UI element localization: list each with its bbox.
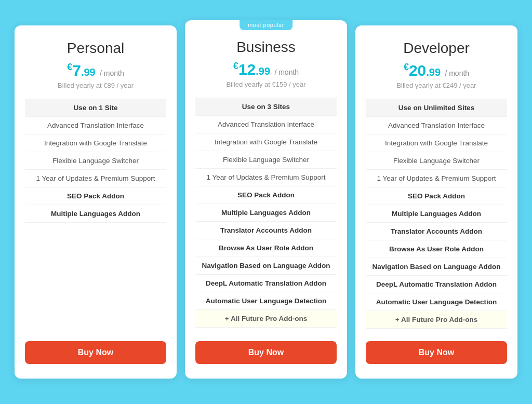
popular-badge: most popular — [240, 20, 292, 30]
feature-item: Flexible Language Switcher — [195, 151, 337, 169]
feature-item: Use on 3 Sites — [195, 98, 337, 116]
price-amount: €7.99 — [67, 62, 100, 79]
feature-item: DeepL Automatic Translation Addon — [195, 275, 337, 292]
feature-item: Flexible Language Switcher — [366, 152, 507, 170]
feature-item: Use on Unlimited Sites — [366, 99, 507, 117]
price-currency: € — [67, 62, 72, 72]
feature-item: Advanced Translation Interface — [366, 117, 507, 134]
plan-card-developer: Developer €20.99 / month Billed yearly a… — [355, 25, 517, 379]
feature-item: Advanced Translation Interface — [25, 117, 166, 134]
feature-item: + All Future Pro Add-ons — [195, 310, 337, 328]
feature-item: Multiple Languages Addon — [366, 205, 507, 223]
feature-item: SEO Pack Addon — [366, 187, 507, 205]
plan-billed: Billed yearly at €89 / year — [25, 82, 166, 89]
feature-item: + All Future Pro Add-ons — [366, 311, 507, 329]
feature-item: DeepL Automatic Translation Addon — [366, 276, 507, 293]
plan-billed: Billed yearly at €159 / year — [195, 80, 337, 88]
feature-item: 1 Year of Updates & Premium Support — [366, 170, 507, 187]
price-currency: € — [233, 61, 238, 71]
feature-item: Advanced Translation Interface — [195, 116, 337, 133]
buy-button[interactable]: Buy Now — [195, 341, 337, 364]
feature-item: 1 Year of Updates & Premium Support — [195, 169, 337, 186]
plan-name: Business — [195, 39, 337, 56]
pricing-table: Personal €7.99 / month Billed yearly at … — [10, 20, 522, 384]
features-list: Use on 1 SiteAdvanced Translation Interf… — [25, 99, 166, 329]
feature-item: 1 Year of Updates & Premium Support — [25, 170, 166, 187]
feature-item: Translator Accounts Addon — [366, 223, 507, 240]
plan-price: €12.99 / month — [195, 61, 337, 78]
price-amount: €12.99 — [233, 61, 275, 78]
feature-item: Integration with Google Translate — [195, 133, 337, 151]
features-list: Use on 3 SitesAdvanced Translation Inter… — [195, 98, 337, 329]
buy-button[interactable]: Buy Now — [366, 341, 507, 364]
feature-item: Integration with Google Translate — [25, 134, 166, 152]
feature-item: Automatic User Language Detection — [366, 293, 507, 311]
feature-item: Integration with Google Translate — [366, 134, 507, 152]
buy-button[interactable]: Buy Now — [25, 341, 166, 364]
feature-item: Browse As User Role Addon — [195, 239, 337, 257]
feature-item: SEO Pack Addon — [195, 186, 337, 204]
feature-item: Use on 1 Site — [25, 99, 166, 117]
feature-item: Multiple Languages Addon — [195, 204, 337, 222]
feature-item: Navigation Based on Language Addon — [195, 257, 337, 275]
plan-billed: Billed yearly at €249 / year — [366, 82, 507, 89]
feature-item: Browse As User Role Addon — [366, 240, 507, 258]
feature-item: Multiple Languages Addon — [25, 205, 166, 223]
plan-price: €7.99 / month — [25, 62, 166, 79]
feature-item: Navigation Based on Language Addon — [366, 258, 507, 276]
price-period: / month — [445, 69, 469, 77]
price-period: / month — [274, 68, 299, 76]
price-period: / month — [100, 69, 124, 77]
plan-card-personal: Personal €7.99 / month Billed yearly at … — [15, 25, 177, 379]
feature-item: Flexible Language Switcher — [25, 152, 166, 170]
feature-item: Translator Accounts Addon — [195, 222, 337, 239]
plan-price: €20.99 / month — [366, 62, 507, 79]
plan-name: Developer — [366, 40, 507, 57]
price-currency: € — [404, 62, 409, 72]
plan-name: Personal — [25, 40, 166, 57]
feature-item: SEO Pack Addon — [25, 187, 166, 205]
features-list: Use on Unlimited SitesAdvanced Translati… — [366, 99, 507, 329]
feature-item: Automatic User Language Detection — [195, 292, 337, 310]
plan-card-business: most popular Business €12.99 / month Bil… — [185, 20, 347, 379]
price-amount: €20.99 — [404, 62, 445, 79]
